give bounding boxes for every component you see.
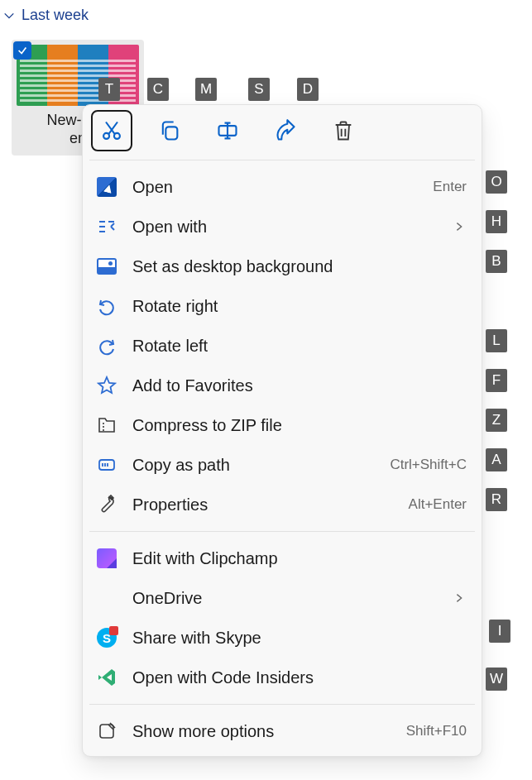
trash-icon	[332, 119, 355, 142]
svg-rect-2	[165, 127, 177, 139]
rotate-left-label: Rotate left	[132, 337, 467, 356]
show-more-shortcut: Shift+F10	[406, 723, 467, 739]
open-with-label: Open with	[132, 218, 437, 237]
properties-menuitem[interactable]: Properties Alt+Enter	[83, 485, 482, 524]
onedrive-menuitem[interactable]: OneDrive	[83, 578, 482, 618]
zip-label: Compress to ZIP file	[132, 416, 467, 435]
clipchamp-icon	[96, 548, 117, 569]
onedrive-label: OneDrive	[132, 589, 437, 608]
rotate-right-label: Rotate right	[132, 297, 467, 316]
open-icon	[96, 176, 117, 198]
set-bg-label: Set as desktop background	[132, 257, 467, 276]
show-more-label: Show more options	[132, 722, 391, 741]
key-badge-open: O	[486, 170, 507, 194]
favorites-menuitem[interactable]: Add to Favorites	[83, 366, 482, 405]
properties-label: Properties	[132, 495, 394, 514]
copy-path-icon	[96, 454, 117, 476]
zip-icon	[96, 414, 117, 436]
rotate-right-menuitem[interactable]: Rotate right	[83, 286, 482, 326]
key-badge-code: W	[486, 668, 507, 691]
key-badge-openwith: H	[486, 210, 507, 233]
divider	[89, 531, 475, 532]
zip-menuitem[interactable]: Compress to ZIP file	[83, 405, 482, 445]
key-badge-cut: T	[98, 78, 120, 101]
context-menu: Open Enter Open with Set as desktop back…	[82, 104, 482, 757]
svg-point-0	[103, 133, 109, 139]
chevron-down-icon	[3, 10, 15, 22]
open-with-icon	[96, 216, 117, 237]
open-shortcut: Enter	[433, 179, 467, 195]
wrench-icon	[96, 494, 117, 515]
show-more-icon	[96, 720, 117, 742]
svg-rect-4	[99, 460, 114, 470]
chevron-right-icon	[452, 219, 467, 234]
key-badge-share: S	[248, 78, 270, 101]
action-bar	[83, 108, 482, 153]
key-badge-copy: C	[147, 78, 169, 101]
copy-button[interactable]	[149, 110, 190, 151]
rotate-left-menuitem[interactable]: Rotate left	[83, 326, 482, 366]
copy-path-menuitem[interactable]: Copy as path Ctrl+Shift+C	[83, 445, 482, 485]
delete-button[interactable]	[323, 110, 364, 151]
scissors-icon	[100, 119, 123, 142]
open-menuitem[interactable]: Open Enter	[83, 167, 482, 207]
copy-path-label: Copy as path	[132, 456, 375, 475]
svg-point-1	[114, 133, 120, 139]
open-with-menuitem[interactable]: Open with	[83, 207, 482, 246]
code-label: Open with Code Insiders	[132, 668, 467, 687]
star-icon	[96, 375, 117, 396]
chevron-right-icon	[452, 591, 467, 605]
skype-label: Share with Skype	[132, 629, 467, 648]
favorites-label: Add to Favorites	[132, 376, 467, 395]
onedrive-icon	[96, 587, 117, 609]
rename-icon	[216, 119, 239, 142]
file-checkbox[interactable]	[13, 41, 31, 60]
desktop-bg-icon	[96, 256, 117, 277]
skype-icon: S	[96, 627, 117, 648]
rotate-left-icon	[96, 335, 117, 357]
open-label: Open	[132, 178, 418, 197]
key-badge-favorites: F	[486, 369, 507, 392]
key-badge-zip: Z	[486, 409, 507, 432]
key-badge-setbg: B	[486, 250, 507, 273]
key-badge-copypath: A	[486, 448, 507, 471]
key-badge-rename: M	[195, 78, 217, 101]
key-badge-rotateleft: L	[486, 329, 507, 352]
copy-path-shortcut: Ctrl+Shift+C	[390, 457, 467, 473]
cut-button[interactable]	[91, 110, 132, 151]
code-insiders-menuitem[interactable]: Open with Code Insiders	[83, 658, 482, 697]
rename-button[interactable]	[207, 110, 248, 151]
share-button[interactable]	[265, 110, 306, 151]
svg-rect-5	[100, 725, 113, 738]
properties-shortcut: Alt+Enter	[409, 496, 467, 513]
divider	[89, 704, 475, 705]
group-label: Last week	[22, 7, 89, 24]
rotate-right-icon	[96, 295, 117, 317]
key-badge-skype: I	[489, 620, 510, 643]
skype-menuitem[interactable]: S Share with Skype	[83, 618, 482, 658]
clipchamp-label: Edit with Clipchamp	[132, 549, 467, 568]
key-badge-delete: D	[297, 78, 319, 101]
show-more-menuitem[interactable]: Show more options Shift+F10	[83, 711, 482, 751]
group-header[interactable]: Last week	[0, 0, 532, 32]
key-badge-properties: R	[486, 488, 507, 511]
vscode-insiders-icon	[96, 667, 117, 688]
share-icon	[274, 119, 297, 142]
copy-icon	[158, 119, 181, 142]
file-thumbnail	[17, 45, 139, 106]
divider	[89, 160, 475, 160]
clipchamp-menuitem[interactable]: Edit with Clipchamp	[83, 538, 482, 578]
set-desktop-bg-menuitem[interactable]: Set as desktop background	[83, 246, 482, 286]
